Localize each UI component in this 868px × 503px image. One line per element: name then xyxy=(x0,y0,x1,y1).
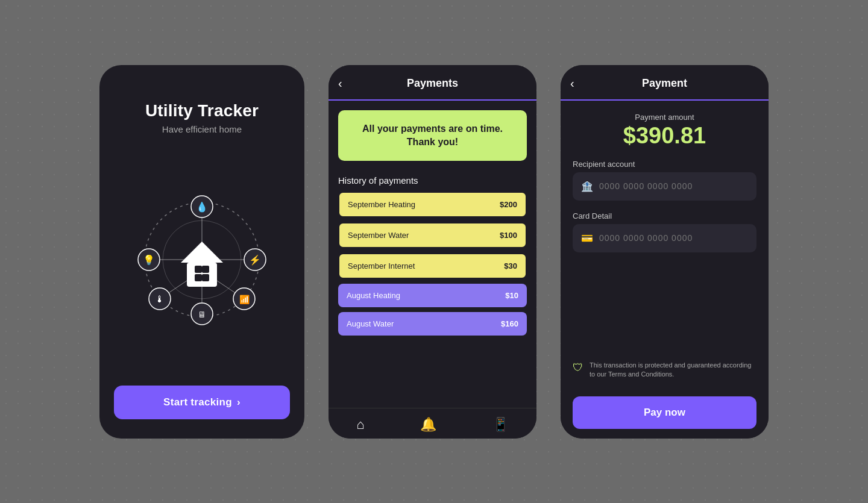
payment-amount-value: $390.81 xyxy=(573,123,756,149)
svg-text:⚡: ⚡ xyxy=(249,254,261,266)
payment-item-amount: $10 xyxy=(505,291,518,300)
svg-rect-2 xyxy=(187,263,217,287)
pay-now-button[interactable]: Pay now xyxy=(573,396,756,429)
card-icon[interactable]: 📱 xyxy=(492,417,509,433)
start-tracking-button[interactable]: Start tracking › xyxy=(114,386,290,419)
recipient-input[interactable] xyxy=(599,181,748,191)
payment-back-button[interactable]: ‹ xyxy=(570,77,574,90)
payments-body: All your payments are on time. Thank you… xyxy=(329,101,536,408)
payment-item-name: September Internet xyxy=(348,261,415,270)
payment-item-name: September Heating xyxy=(348,200,415,209)
svg-text:💡: 💡 xyxy=(143,254,155,266)
screen-payment-detail: ‹ Payment Payment amount $390.81 Recipie… xyxy=(561,65,769,439)
payment-list: September Heating $200 September Water $… xyxy=(329,192,536,336)
app-title: Utility Tracker xyxy=(145,101,259,120)
payments-footer: ⌂ 🔔 📱 xyxy=(329,408,536,439)
svg-text:🖥: 🖥 xyxy=(198,310,206,319)
start-arrow-icon: › xyxy=(237,396,241,408)
svg-line-23 xyxy=(169,281,187,293)
card-label: Card Detail xyxy=(573,211,756,220)
bank-icon: 🏦 xyxy=(581,181,593,192)
payment-item-amount: $160 xyxy=(501,319,518,328)
payments-header: ‹ Payments xyxy=(329,65,536,101)
payment-item-name: August Water xyxy=(347,319,394,328)
card-input[interactable] xyxy=(599,233,748,243)
security-note: 🛡 This transaction is protected and guar… xyxy=(573,361,756,380)
payment-detail-title: Payment xyxy=(642,77,687,90)
card-field[interactable]: 💳 xyxy=(573,224,756,252)
card-section: Card Detail 💳 xyxy=(573,211,756,252)
svg-line-24 xyxy=(217,281,235,293)
payment-list-item[interactable]: September Internet $30 xyxy=(338,253,527,279)
payment-amount-label: Payment amount xyxy=(573,113,756,122)
payment-item-amount: $200 xyxy=(500,200,517,209)
payment-item-name: August Heating xyxy=(347,291,400,300)
recipient-section: Recipient account 🏦 xyxy=(573,160,756,201)
payment-list-item[interactable]: August Water $160 xyxy=(338,312,527,336)
amount-section: Payment amount $390.81 xyxy=(573,113,756,149)
recipient-field[interactable]: 🏦 xyxy=(573,172,756,201)
payment-detail-header: ‹ Payment xyxy=(561,65,769,101)
history-label: History of payments xyxy=(329,170,536,192)
payment-item-name: September Water xyxy=(348,231,409,240)
home-icon[interactable]: ⌂ xyxy=(356,417,364,433)
svg-rect-5 xyxy=(202,266,209,273)
payments-title: Payments xyxy=(407,77,458,90)
payments-banner-text: All your payments are on time. Thank you… xyxy=(348,122,517,149)
payment-item-amount: $100 xyxy=(500,231,517,240)
bell-icon[interactable]: 🔔 xyxy=(420,417,436,433)
payment-list-item[interactable]: September Water $100 xyxy=(338,222,527,248)
payment-item-amount: $30 xyxy=(504,261,517,270)
app-subtitle: Have efficient home xyxy=(145,124,259,134)
icon-hub: 💧 💡 ⚡ 🌡 📶 🖥 xyxy=(136,193,268,326)
payment-list-item[interactable]: September Heating $200 xyxy=(338,192,527,217)
card-chip-icon: 💳 xyxy=(581,233,593,244)
start-tracking-label: Start tracking xyxy=(163,396,232,408)
shield-icon: 🛡 xyxy=(573,361,583,374)
svg-text:🌡: 🌡 xyxy=(155,294,165,304)
screen-utility-tracker: Utility Tracker Have efficient home 💧 💡 … xyxy=(99,65,304,439)
svg-text:📶: 📶 xyxy=(239,295,250,305)
recipient-label: Recipient account xyxy=(573,160,756,169)
svg-rect-6 xyxy=(195,274,202,281)
payment-detail-body: Payment amount $390.81 Recipient account… xyxy=(561,101,769,439)
payments-banner: All your payments are on time. Thank you… xyxy=(338,110,527,161)
svg-rect-4 xyxy=(195,266,202,273)
svg-rect-7 xyxy=(202,274,209,281)
screen-payments: ‹ Payments All your payments are on time… xyxy=(329,65,536,439)
security-text: This transaction is protected and guaran… xyxy=(590,361,756,380)
svg-text:💧: 💧 xyxy=(196,201,208,213)
title-area: Utility Tracker Have efficient home xyxy=(145,101,259,134)
back-button[interactable]: ‹ xyxy=(338,77,342,90)
payment-list-item[interactable]: August Heating $10 xyxy=(338,284,527,307)
